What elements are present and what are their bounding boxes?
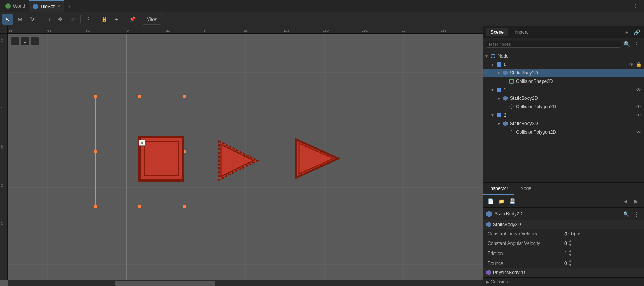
tool-grid[interactable]: ⊞ bbox=[111, 14, 122, 25]
insp-val-bounce: 0 bbox=[564, 261, 567, 266]
scrollbar-horizontal[interactable] bbox=[8, 280, 483, 286]
close-tileset-btn[interactable]: ✕ bbox=[57, 4, 60, 9]
tree-arrow-static-1: ▼ bbox=[497, 96, 502, 101]
handle-bc[interactable] bbox=[138, 205, 141, 208]
filter-search-btn[interactable]: 🔍 bbox=[622, 40, 631, 48]
tree-label-root: Node bbox=[498, 53, 642, 59]
zoom-in-btn[interactable]: + bbox=[31, 37, 39, 45]
insp-section-static[interactable]: StaticBody2D bbox=[483, 220, 644, 229]
shape-triangle-2[interactable] bbox=[292, 136, 342, 183]
link-btn[interactable]: 🔗 bbox=[632, 28, 641, 36]
tree-item-static-2[interactable]: ▼ StaticBody2D bbox=[483, 119, 644, 128]
tree-label-static-0: StaticBody2D bbox=[510, 70, 642, 76]
tab-bar-right: ⛶ bbox=[632, 3, 642, 9]
tree-arrow-2: ▼ bbox=[491, 113, 496, 117]
tab-tileset[interactable]: TileSet ✕ bbox=[29, 0, 64, 12]
insp-save-script[interactable]: 💾 bbox=[508, 197, 517, 206]
insp-section-physics[interactable]: PhysicsBody2D bbox=[483, 268, 644, 277]
insp-next[interactable]: ▶ bbox=[632, 197, 641, 206]
tool-lock[interactable]: 🔒 bbox=[99, 14, 110, 25]
tool-hand[interactable]: ☞ bbox=[67, 14, 78, 25]
tool-select[interactable]: ↖ bbox=[2, 14, 13, 25]
tree-eye-cp1[interactable]: 👁 bbox=[635, 104, 642, 109]
tree-item-static-1[interactable]: ▼ StaticBody2D bbox=[483, 94, 644, 102]
scene-tree[interactable]: ▼ Node ▼ 0 👁 🔒 ▼ StaticBody2D bbox=[483, 50, 644, 182]
insp-collapse-collision[interactable]: ▶ Collision bbox=[483, 277, 644, 286]
tool-move[interactable]: ⊕ bbox=[15, 14, 25, 25]
tree-item-node-root[interactable]: ▼ Node bbox=[483, 52, 644, 60]
tree-eye-1[interactable]: 👁 bbox=[635, 87, 642, 93]
insp-dropdown-clv[interactable]: ▼ bbox=[577, 231, 581, 236]
insp-value-bounce: 0 ▲ ▼ bbox=[564, 260, 639, 267]
tab-scene[interactable]: Scene bbox=[486, 28, 508, 36]
tree-item-static-0[interactable]: ▼ StaticBody2D bbox=[483, 69, 644, 77]
tree-label-0: 0 bbox=[504, 62, 627, 67]
tree-eye-cp2[interactable]: 👁 bbox=[635, 129, 642, 135]
insp-more-btn[interactable]: ⋮ bbox=[632, 209, 641, 218]
insp-val-cav: 0 bbox=[564, 241, 567, 246]
handle-br[interactable] bbox=[183, 205, 186, 208]
insp-section-title-physics: PhysicsBody2D bbox=[493, 270, 525, 275]
insp-collapse-icon: ▶ bbox=[486, 280, 489, 284]
insp-label-bounce: Bounce bbox=[488, 261, 564, 266]
insp-stepper-bounce[interactable]: ▲ ▼ bbox=[569, 260, 572, 267]
handle-tl[interactable] bbox=[94, 95, 97, 98]
insp-prop-clv: Constant Linear Velocity (0, 0) ▼ bbox=[483, 229, 644, 238]
insp-search-btn[interactable]: 🔍 bbox=[622, 209, 631, 218]
filter-options-btn[interactable]: ⋮ bbox=[632, 40, 641, 48]
zoom-reset-btn[interactable]: 1 bbox=[21, 37, 29, 45]
zoom-out-btn[interactable]: − bbox=[11, 37, 19, 45]
tool-rotate[interactable]: ↻ bbox=[27, 14, 38, 25]
insp-open-script[interactable]: 📁 bbox=[497, 197, 506, 206]
inspector-header-btns: 🔍 ⋮ bbox=[622, 209, 641, 218]
tree-item-0[interactable]: ▼ 0 👁 🔒 bbox=[483, 60, 644, 69]
scrollbar-thumb[interactable] bbox=[115, 281, 215, 286]
add-node-btn[interactable]: + bbox=[622, 28, 631, 36]
handle-bl[interactable] bbox=[94, 205, 97, 208]
tab-inspector[interactable]: Inspector bbox=[483, 183, 514, 195]
tree-item-2[interactable]: ▼ 2 👁 bbox=[483, 111, 644, 119]
insp-section-title-static: StaticBody2D bbox=[493, 222, 521, 227]
inspector-header: StaticBody2D 🔍 ⋮ bbox=[483, 208, 644, 220]
tree-item-col-poly-2[interactable]: CollisionPolygon2D 👁 bbox=[483, 128, 644, 136]
toolbar: ↖ ⊕ ↻ ◻ ✥ ☞ ⋮ 🔒 ⊞ 📌 View bbox=[0, 12, 644, 26]
canvas-area[interactable]: -96 -64 -32 0 32 64 96 128 160 192 224 2… bbox=[0, 26, 483, 286]
tool-anchor[interactable]: ✥ bbox=[55, 14, 66, 25]
view-button[interactable]: View bbox=[143, 14, 161, 25]
tree-item-1[interactable]: ▼ 1 👁 bbox=[483, 86, 644, 94]
world-icon bbox=[5, 3, 11, 9]
tool-dots[interactable]: ⋮ bbox=[83, 14, 94, 25]
insp-new-script[interactable]: 📄 bbox=[486, 197, 495, 206]
tree-arrow-static-0: ▼ bbox=[497, 71, 502, 75]
inspector-toolbar: 📄 📁 💾 ◀ ▶ bbox=[483, 195, 644, 208]
tab-node[interactable]: Node bbox=[514, 183, 538, 195]
tool-rect[interactable]: ◻ bbox=[43, 14, 53, 25]
tree-label-static-1: StaticBody2D bbox=[510, 96, 642, 101]
tree-arrow-static-2: ▼ bbox=[497, 122, 502, 126]
insp-prop-cav: Constant Angular Velocity 0 ▲ ▼ bbox=[483, 238, 644, 248]
insp-label-cav: Constant Angular Velocity bbox=[488, 241, 564, 246]
handle-ml[interactable] bbox=[94, 150, 97, 153]
handle-tr[interactable] bbox=[183, 95, 186, 98]
handle-tc[interactable] bbox=[138, 95, 141, 98]
tree-eye-0[interactable]: 👁 bbox=[627, 62, 635, 67]
shape-triangle-1[interactable] bbox=[215, 137, 261, 185]
tool-pin[interactable]: 📌 bbox=[127, 14, 138, 25]
insp-prev[interactable]: ◀ bbox=[621, 197, 630, 206]
tree-eye-2[interactable]: 👁 bbox=[635, 112, 642, 118]
shape-square-0[interactable] bbox=[138, 136, 184, 182]
inspector-section: Inspector Node 📄 📁 💾 ◀ ▶ StaticBody2D 🔍 … bbox=[483, 183, 644, 286]
tree-lock-0[interactable]: 🔒 bbox=[635, 62, 642, 67]
tab-import[interactable]: Import bbox=[510, 28, 532, 36]
fullscreen-icon[interactable]: ⛶ bbox=[632, 3, 642, 9]
tab-world[interactable]: World bbox=[2, 0, 29, 12]
add-tab-btn[interactable]: + bbox=[64, 3, 74, 10]
tree-arrow-root: ▼ bbox=[485, 54, 490, 58]
tree-item-col-poly-1[interactable]: CollisionPolygon2D 👁 bbox=[483, 102, 644, 111]
cursor-indicator: ⊕ bbox=[139, 140, 145, 146]
filter-input[interactable] bbox=[486, 41, 621, 48]
grid-canvas[interactable]: ⊕ bbox=[8, 34, 483, 280]
tree-item-col-0[interactable]: CollisionShape2D bbox=[483, 77, 644, 86]
insp-stepper-friction[interactable]: ▲ ▼ bbox=[569, 250, 572, 257]
insp-stepper-cav[interactable]: ▲ ▼ bbox=[569, 240, 572, 247]
